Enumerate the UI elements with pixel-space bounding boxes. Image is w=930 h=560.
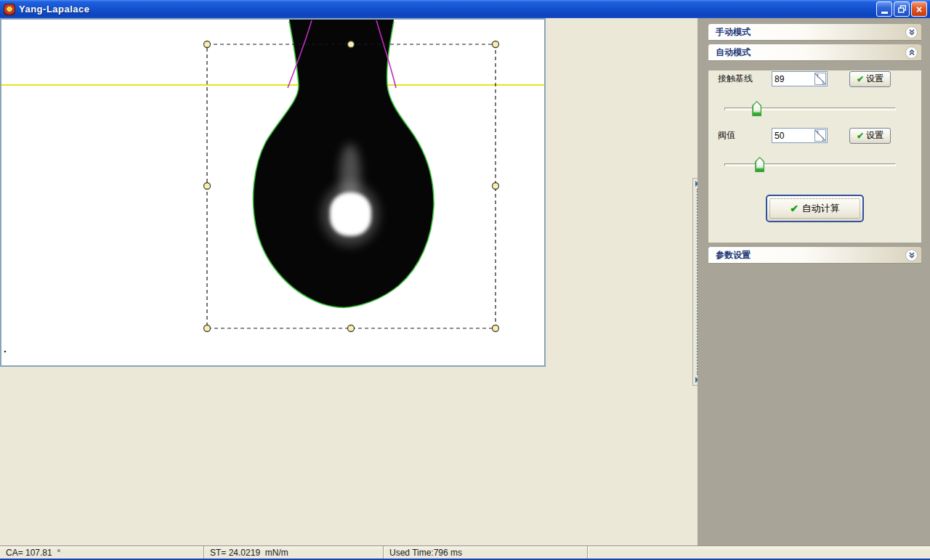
selection-handle[interactable] [348, 325, 355, 332]
minimize-icon [881, 12, 888, 14]
close-button[interactable]: × [911, 1, 927, 17]
threshold-set-button[interactable]: ✔ 设置 [849, 128, 891, 144]
spinner-updown-button[interactable]: ↑ ↓ [814, 129, 826, 142]
app-logo-icon [4, 4, 15, 15]
group-auto-mode: 自动模式 接触基线 ↑ ↓ [708, 44, 921, 243]
threshold-field-row: 阀值 ↑ ↓ ✔ 设置 [708, 127, 921, 144]
selection-handle[interactable] [493, 41, 499, 48]
check-icon: ✔ [857, 131, 864, 141]
auto-calc-button[interactable]: ✔ 自动计算 [766, 195, 864, 222]
status-surface-tension: ST= 24.0219 mN/m [204, 546, 384, 559]
selection-handle[interactable] [493, 183, 499, 190]
chevron-double-up-icon[interactable] [905, 46, 918, 59]
minimize-button[interactable] [876, 1, 892, 17]
statusbar: CA= 107.81 ° ST= 24.0219 mN/m Used Time:… [0, 545, 930, 559]
baseline-spinbox: ↑ ↓ [772, 71, 828, 86]
slider-track [724, 163, 896, 166]
spinner-up-icon: ↑ [816, 129, 820, 136]
threshold-label: 阀值 [718, 129, 772, 142]
selection-handle[interactable] [493, 325, 499, 332]
spinner-down-icon: ↓ [822, 135, 825, 142]
group-header-manual-mode[interactable]: 手动模式 [708, 24, 921, 40]
status-used-time: Used Time:796 ms [384, 546, 588, 559]
drop-image-viewport[interactable] [0, 18, 546, 367]
titlebar: Yang-Lapalace × [0, 0, 930, 18]
highlight-core [335, 198, 367, 231]
group-label: 参数设置 [716, 249, 751, 261]
pendant-drop-image [1, 20, 544, 365]
image-artifact-dot [4, 351, 7, 353]
auto-calc-label: 自动计算 [802, 202, 840, 215]
set-button-label: 设置 [866, 73, 884, 85]
threshold-input[interactable] [772, 129, 814, 142]
auto-mode-body: 接触基线 ↑ ↓ ✔ 设置 [708, 70, 921, 243]
window-controls: × [876, 1, 930, 17]
chevron-double-down-icon[interactable] [905, 249, 918, 261]
baseline-set-button[interactable]: ✔ 设置 [849, 71, 891, 87]
threshold-spinbox: ↑ ↓ [772, 128, 828, 143]
slider-track [724, 107, 896, 110]
restore-icon [898, 5, 906, 13]
selection-handle[interactable] [204, 41, 211, 48]
group-header-auto-mode[interactable]: 自动模式 [708, 44, 921, 60]
spinner-up-icon: ↑ [816, 72, 820, 79]
app-window: Yang-Lapalace × [0, 0, 930, 560]
group-label: 自动模式 [716, 46, 751, 59]
close-icon: × [916, 4, 922, 15]
baseline-label: 接触基线 [718, 73, 772, 85]
restore-button[interactable] [894, 1, 910, 17]
spinner-down-icon: ↓ [822, 78, 825, 86]
check-icon: ✔ [857, 74, 864, 84]
set-button-label: 设置 [866, 129, 884, 142]
slider-thumb[interactable] [755, 157, 764, 172]
baseline-slider[interactable] [724, 102, 896, 115]
control-panel: 手动模式 自动模式 接触基线 [698, 18, 930, 545]
window-title: Yang-Lapalace [19, 4, 90, 15]
baseline-field-row: 接触基线 ↑ ↓ ✔ 设置 [708, 70, 921, 87]
selection-handle[interactable] [204, 325, 211, 332]
baseline-input[interactable] [772, 72, 814, 86]
group-label: 手动模式 [716, 26, 751, 38]
selection-handle[interactable] [204, 183, 211, 190]
group-header-parameter-settings[interactable]: 参数设置 [708, 247, 921, 263]
spinner-updown-button[interactable]: ↑ ↓ [814, 73, 826, 85]
status-contact-angle: CA= 107.81 ° [0, 546, 204, 559]
image-canvas-area [0, 18, 698, 545]
main-area: 手动模式 自动模式 接触基线 [0, 18, 930, 545]
threshold-slider[interactable] [724, 158, 896, 171]
slider-thumb[interactable] [752, 101, 761, 116]
selection-handle[interactable] [348, 41, 355, 48]
chevron-double-down-icon[interactable] [905, 26, 918, 38]
status-empty-cell [588, 546, 930, 559]
check-icon: ✔ [790, 203, 798, 214]
